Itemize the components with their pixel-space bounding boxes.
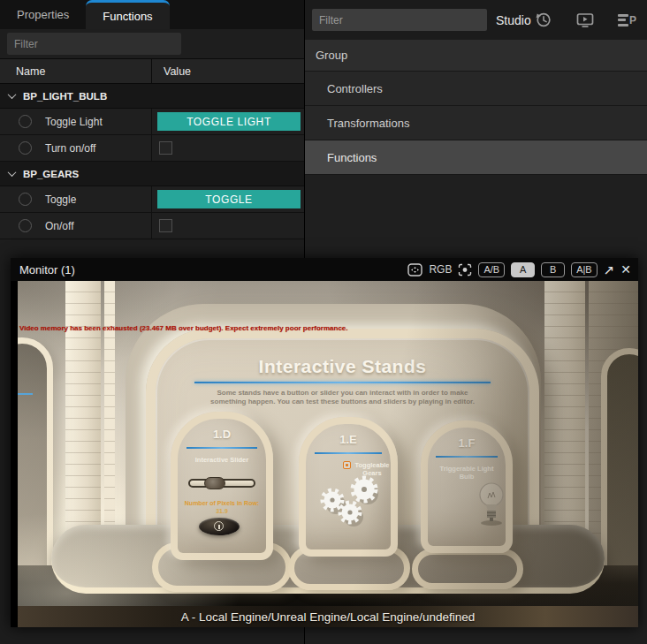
wall-pilaster	[104, 281, 115, 539]
function-name: On/off	[45, 220, 73, 232]
function-value-cell: TOGGLE LIGHT	[152, 109, 304, 134]
function-name-cell: Toggle	[0, 186, 152, 212]
function-value-cell	[152, 213, 304, 239]
stand-underline	[436, 456, 498, 458]
on-off-checkbox[interactable]	[159, 219, 172, 232]
left-wall-arch	[18, 337, 53, 585]
stand-id: 1.D	[178, 428, 266, 441]
interactive-slider	[188, 479, 255, 488]
table-row: Turn on/off	[0, 135, 304, 162]
studio-label: Studio	[496, 13, 531, 27]
slider-knob-icon	[204, 477, 225, 489]
stand-label: Interactive Slider	[178, 456, 266, 464]
filter-row	[0, 29, 304, 58]
group-header-bp-light-bulb[interactable]: BP_LIGHT_BULB	[0, 84, 304, 109]
radio-circle-icon[interactable]	[19, 141, 32, 155]
monitor-window: Monitor (1) RGB	[11, 258, 638, 627]
unreal-logo-icon	[214, 521, 224, 531]
function-name: Toggle	[45, 193, 76, 206]
menu-letter: P	[629, 14, 636, 27]
function-name: Toggle Light	[45, 116, 103, 128]
radio-circle-icon[interactable]	[19, 115, 32, 128]
gears-icon	[311, 472, 392, 528]
table-header: Name Value	[0, 58, 304, 84]
tab-functions[interactable]: Functions	[86, 0, 169, 29]
table-row: On/off	[0, 213, 304, 239]
toggle-button[interactable]: TOGGLE	[157, 190, 301, 208]
group-label: BP_LIGHT_BULB	[23, 91, 107, 102]
close-icon[interactable]: ✕	[620, 263, 631, 276]
function-value-cell: TOGGLE	[152, 186, 304, 212]
list-item-transformations[interactable]: Transformations	[305, 106, 647, 140]
list-item-controllers[interactable]: Controllers	[305, 72, 647, 106]
stand-id: 1.F	[428, 436, 506, 450]
chevron-down-icon	[8, 168, 17, 177]
scene-title: Interactive Stands	[146, 356, 539, 377]
unreal-logo-button	[199, 518, 240, 535]
column-header-value: Value	[152, 59, 304, 83]
function-name-cell: Toggle Light	[0, 109, 152, 134]
ab-split-button[interactable]: A/B	[478, 262, 505, 277]
engine-path-label: A - Local Engine/Unreal Engine/Local Eng…	[181, 610, 476, 624]
stand-label: Triggerable Light Bulb	[439, 465, 494, 481]
tab-bar: Properties Functions	[0, 0, 304, 29]
gizmo-icon	[343, 461, 351, 469]
right-wall-arch	[601, 348, 638, 585]
turn-on-off-checkbox[interactable]	[159, 141, 172, 155]
view-b-button[interactable]: B	[541, 262, 565, 277]
function-name: Turn on/off	[45, 142, 95, 155]
monitor-title: Monitor (1)	[19, 263, 75, 277]
scene-title-underline	[194, 382, 491, 383]
stand-1e: 1.E Toggleable Gears	[299, 417, 398, 557]
stand-id: 1.E	[306, 433, 391, 446]
stand-1d: 1.D Interactive Slider Number of Pixels …	[171, 412, 273, 560]
monitor-caption-bar: A - Local Engine/Unreal Engine/Local Eng…	[18, 606, 638, 627]
studio-toolbar-icons: P	[534, 11, 636, 29]
stand-1f: 1.F Triggerable Light Bulb	[421, 420, 513, 553]
group-label: BP_GEARS	[23, 169, 79, 179]
rgb-channel-button[interactable]: RGB	[429, 263, 452, 276]
function-name-cell: Turn on/off	[0, 135, 152, 161]
monitor-viewport[interactable]: Interactive Stands Some stands have a bu…	[18, 281, 638, 606]
stand-underline	[186, 447, 257, 449]
tab-properties[interactable]: Properties	[0, 0, 86, 29]
view-a-button[interactable]: A	[511, 262, 535, 277]
menu-p-icon[interactable]: P	[618, 14, 636, 27]
studio-filter-input[interactable]	[312, 9, 487, 31]
light-bulb-icon	[476, 481, 507, 527]
stand-base	[412, 549, 523, 589]
center-focus-icon[interactable]	[458, 263, 472, 277]
function-name-cell: On/off	[0, 213, 152, 239]
video-memory-warning: Video memory has been exhausted (23.467 …	[19, 324, 348, 332]
group-header-bp-gears[interactable]: BP_GEARS	[0, 162, 304, 186]
studio-toolbar: Studio P	[305, 0, 647, 40]
table-row: Toggle TOGGLE	[0, 186, 304, 213]
radio-circle-icon[interactable]	[19, 219, 32, 232]
functions-filter-input[interactable]	[7, 33, 181, 55]
popout-icon[interactable]: ↗	[604, 263, 615, 277]
stand-label: Toggleable Gears	[306, 461, 391, 469]
function-value-cell	[152, 135, 304, 161]
player-monitor-icon[interactable]	[575, 11, 595, 29]
hamburger-icon	[618, 14, 628, 27]
stand-caption: Number of Pixels in Row:	[178, 500, 266, 506]
toggle-light-button[interactable]: TOGGLE LIGHT	[157, 112, 301, 131]
column-header-name: Name	[0, 59, 152, 83]
chevron-down-icon	[8, 90, 17, 99]
monitor-titlebar[interactable]: Monitor (1) RGB	[11, 258, 638, 281]
history-icon[interactable]	[534, 11, 552, 29]
scene-subtitle: Some stands have a button or slider you …	[208, 389, 477, 406]
table-row: Toggle Light TOGGLE LIGHT	[0, 109, 304, 135]
radio-circle-icon[interactable]	[19, 193, 32, 206]
fit-view-icon[interactable]	[407, 263, 422, 277]
stand-value: 31.9	[178, 508, 266, 514]
view-aib-button[interactable]: A|B	[571, 262, 598, 277]
list-item-functions[interactable]: Functions	[305, 140, 647, 175]
list-item-group[interactable]: Group	[305, 40, 647, 72]
wall-pilaster	[544, 281, 585, 551]
monitor-toolbar: RGB A/B A B A|B ↗ ✕	[407, 262, 631, 277]
wall-pilaster	[65, 281, 101, 546]
stand-underline	[315, 452, 383, 454]
